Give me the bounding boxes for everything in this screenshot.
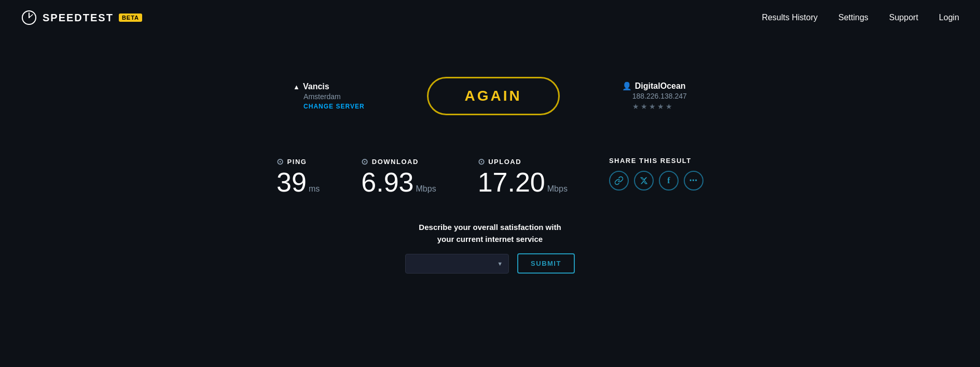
nav-support[interactable]: Support <box>889 13 918 22</box>
share-facebook-button[interactable]: f <box>659 171 679 191</box>
nav-results-history[interactable]: Results History <box>762 13 818 22</box>
satisfaction-select-wrapper <box>405 254 509 274</box>
more-icon: ••• <box>689 177 698 184</box>
nav: Results History Settings Support Login <box>762 13 959 22</box>
share-label: SHARE THIS RESULT <box>609 157 703 165</box>
upload-value: 17.20Mbps <box>478 169 568 196</box>
nav-settings[interactable]: Settings <box>838 13 868 22</box>
satisfaction-form: SUBMIT <box>405 253 575 274</box>
nav-login[interactable]: Login <box>939 13 959 22</box>
upload-icon: ⊙ <box>478 157 486 167</box>
client-info: 👤 DigitalOcean 188.226.138.247 ★★★★★ <box>622 81 687 111</box>
server-name-text: Vancis <box>303 82 329 91</box>
download-label: ⊙ DOWNLOAD <box>361 157 436 167</box>
share-section: SHARE THIS RESULT f ••• <box>609 157 703 191</box>
share-link-button[interactable] <box>609 171 629 191</box>
speedtest-logo-icon <box>21 9 37 26</box>
client-name-text: DigitalOcean <box>635 81 686 91</box>
server-name-label: ▲ Vancis <box>293 82 364 91</box>
server-info: ▲ Vancis Amsterdam CHANGE SERVER <box>293 82 364 110</box>
change-server-link[interactable]: CHANGE SERVER <box>303 103 364 110</box>
share-icons: f ••• <box>609 171 703 191</box>
satisfaction-section: Describe your overall satisfaction withy… <box>405 222 575 274</box>
logo-area: SPEEDTEST BETA <box>21 9 142 26</box>
client-stars: ★★★★★ <box>632 102 687 111</box>
client-person-icon: 👤 <box>622 81 632 91</box>
download-icon: ⊙ <box>361 157 369 167</box>
info-row: ▲ Vancis Amsterdam CHANGE SERVER AGAIN 👤… <box>0 77 980 115</box>
link-icon <box>614 176 624 185</box>
server-arrow-icon: ▲ <box>293 83 300 91</box>
twitter-icon <box>640 176 648 185</box>
ping-label: ⊙ PING <box>277 157 320 167</box>
metric-ping: ⊙ PING 39ms <box>277 157 320 196</box>
ping-icon: ⊙ <box>277 157 284 167</box>
share-twitter-button[interactable] <box>634 171 654 191</box>
client-ip: 188.226.138.247 <box>632 92 687 100</box>
logo-text: SPEEDTEST <box>43 12 114 24</box>
metric-download: ⊙ DOWNLOAD 6.93Mbps <box>361 157 436 196</box>
ping-value: 39ms <box>277 169 320 196</box>
metrics-row: ⊙ PING 39ms ⊙ DOWNLOAD 6.93Mbps ⊙ UPLOAD <box>0 157 980 196</box>
submit-button[interactable]: SUBMIT <box>517 253 575 274</box>
metric-upload: ⊙ UPLOAD 17.20Mbps <box>478 157 568 196</box>
share-more-button[interactable]: ••• <box>684 171 703 191</box>
download-value: 6.93Mbps <box>361 169 436 196</box>
again-button[interactable]: AGAIN <box>427 77 560 115</box>
main-content: ▲ Vancis Amsterdam CHANGE SERVER AGAIN 👤… <box>0 35 980 274</box>
facebook-icon: f <box>667 176 670 185</box>
client-name-label: 👤 DigitalOcean <box>622 81 687 91</box>
server-location: Amsterdam <box>303 92 364 101</box>
satisfaction-select[interactable] <box>405 254 509 274</box>
beta-badge: BETA <box>119 13 142 22</box>
header: SPEEDTEST BETA Results History Settings … <box>0 0 980 35</box>
upload-label: ⊙ UPLOAD <box>478 157 568 167</box>
satisfaction-text: Describe your overall satisfaction withy… <box>405 222 575 245</box>
